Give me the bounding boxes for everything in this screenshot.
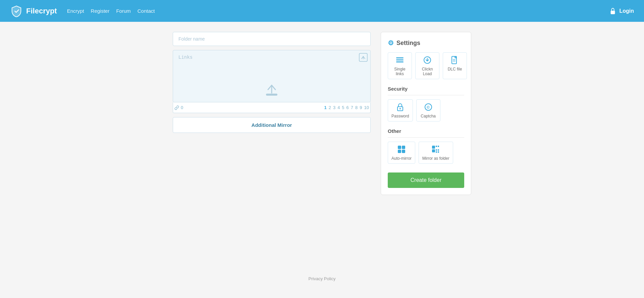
password-icon — [395, 102, 405, 112]
clicknload-option[interactable]: Clickn Load — [415, 52, 439, 79]
svg-rect-24 — [436, 149, 437, 151]
svg-rect-23 — [432, 149, 435, 152]
security-section-label: Security — [388, 85, 464, 92]
settings-panel: ⚙ Settings Single links Clickn Load — [381, 32, 471, 195]
nav-contact[interactable]: Contact — [138, 8, 155, 14]
upload-visual — [263, 84, 280, 97]
svg-rect-16 — [398, 146, 401, 149]
mirror-as-folder-option[interactable]: Mirror as folder — [419, 142, 453, 164]
svg-rect-19 — [402, 150, 405, 153]
link-type-options: Single links Clickn Load DLC — [388, 52, 464, 79]
dlc-file-option[interactable]: DLC file — [443, 52, 467, 79]
upload-arrow-icon — [263, 84, 280, 97]
logo[interactable]: Filecrypt — [10, 5, 57, 17]
clicknload-label: Clickn Load — [419, 67, 436, 76]
link-count-value: 0 — [181, 105, 183, 110]
svg-rect-27 — [438, 151, 439, 153]
page-9[interactable]: 9 — [360, 105, 362, 110]
page-3[interactable]: 3 — [333, 105, 335, 110]
nav-links: Encrypt Register Forum Contact — [67, 8, 155, 14]
page-7[interactable]: 7 — [351, 105, 353, 110]
upload-icon — [359, 53, 368, 62]
main-header: Filecrypt Encrypt Register Forum Contact… — [0, 0, 644, 22]
header-left: Filecrypt Encrypt Register Forum Contact — [10, 5, 155, 17]
page-6[interactable]: 6 — [346, 105, 349, 110]
password-option[interactable]: Password — [388, 99, 413, 121]
single-links-label: Single links — [391, 67, 408, 76]
svg-rect-20 — [432, 146, 435, 149]
gear-icon: ⚙ — [388, 39, 394, 47]
page-1[interactable]: 1 — [324, 105, 326, 110]
svg-rect-0 — [611, 11, 615, 14]
svg-rect-5 — [396, 59, 404, 60]
lock-icon — [609, 7, 616, 15]
single-links-icon — [395, 55, 405, 65]
dlc-file-label: DLC file — [448, 67, 462, 71]
settings-header: ⚙ Settings — [388, 39, 464, 47]
mirror-as-folder-icon — [431, 145, 440, 154]
folder-name-input[interactable] — [173, 32, 371, 46]
nav-forum[interactable]: Forum — [116, 8, 130, 14]
security-divider — [388, 95, 464, 95]
password-label: Password — [391, 114, 409, 118]
create-folder-button[interactable]: Create folder — [388, 172, 464, 188]
other-divider — [388, 137, 464, 138]
page-5[interactable]: 5 — [342, 105, 344, 110]
dlc-file-icon — [450, 55, 460, 65]
links-textarea[interactable] — [173, 50, 370, 79]
logo-text: Filecrypt — [26, 7, 57, 15]
page-2[interactable]: 2 — [329, 105, 331, 110]
upload-file-button[interactable] — [359, 53, 368, 63]
svg-rect-3 — [266, 94, 277, 96]
svg-rect-25 — [438, 149, 439, 151]
other-options: Auto-mirror Mirror as folder — [388, 142, 464, 164]
captcha-option[interactable]: © Captcha — [416, 99, 440, 121]
security-options: Password © Captcha — [388, 99, 464, 121]
link-icon — [174, 105, 179, 110]
svg-rect-22 — [438, 146, 439, 147]
svg-rect-18 — [398, 150, 401, 153]
svg-rect-26 — [436, 151, 437, 153]
single-links-option[interactable]: Single links — [388, 52, 412, 79]
svg-rect-21 — [436, 146, 437, 147]
footer: Privacy Policy — [0, 266, 644, 291]
page-8[interactable]: 8 — [355, 105, 358, 110]
left-panel: 0 1 2 3 4 5 6 7 8 9 10 Additional Mirror — [173, 32, 371, 195]
captcha-label: Captcha — [421, 114, 436, 118]
login-label: Login — [619, 8, 634, 14]
nav-register[interactable]: Register — [91, 8, 110, 14]
settings-title: Settings — [396, 40, 420, 47]
auto-mirror-option[interactable]: Auto-mirror — [388, 142, 415, 164]
auto-mirror-label: Auto-mirror — [391, 156, 412, 161]
svg-rect-17 — [402, 146, 405, 149]
clicknload-icon — [423, 55, 432, 65]
mirror-as-folder-label: Mirror as folder — [422, 156, 449, 161]
page-numbers: 1 2 3 4 5 6 7 8 9 10 — [324, 105, 369, 110]
page-4[interactable]: 4 — [337, 105, 340, 110]
other-section-label: Other — [388, 127, 464, 134]
svg-rect-6 — [396, 61, 404, 62]
privacy-policy-link[interactable]: Privacy Policy — [309, 276, 336, 281]
additional-mirror-button[interactable]: Additional Mirror — [173, 117, 371, 133]
logo-icon — [10, 5, 23, 17]
page-10[interactable]: 10 — [364, 105, 369, 110]
captcha-icon: © — [424, 102, 433, 112]
links-area — [173, 50, 371, 102]
svg-rect-4 — [396, 57, 404, 58]
upload-center-area — [173, 80, 370, 102]
login-button[interactable]: Login — [609, 7, 634, 15]
svg-point-13 — [399, 108, 401, 109]
nav-encrypt[interactable]: Encrypt — [67, 8, 84, 14]
svg-text:©: © — [427, 105, 430, 110]
main-content: 0 1 2 3 4 5 6 7 8 9 10 Additional Mirror… — [104, 22, 540, 205]
auto-mirror-icon — [397, 145, 406, 154]
link-count: 0 — [174, 105, 183, 110]
pagination-row: 0 1 2 3 4 5 6 7 8 9 10 — [173, 102, 371, 113]
